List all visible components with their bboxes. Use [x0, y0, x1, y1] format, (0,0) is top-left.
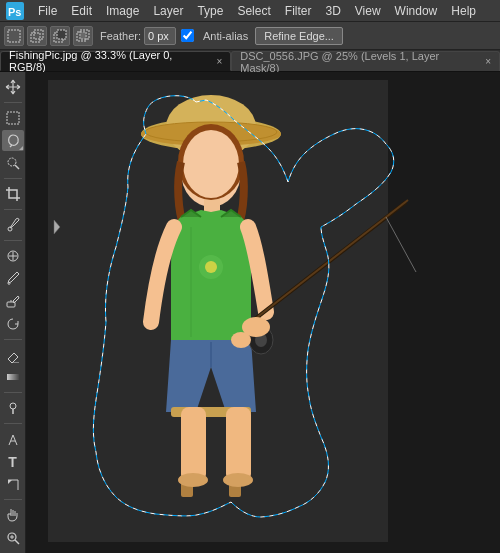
toolbar-separator-8: [4, 499, 22, 500]
svg-rect-21: [7, 374, 19, 380]
feather-input[interactable]: [144, 27, 176, 45]
menu-type[interactable]: Type: [191, 2, 229, 20]
clone-stamp-tool[interactable]: [2, 290, 24, 312]
menu-bar: Ps File Edit Image Layer Type Select Fil…: [0, 0, 500, 22]
svg-marker-24: [8, 480, 12, 484]
canvas-area[interactable]: [26, 72, 500, 553]
lasso-tool[interactable]: [2, 130, 24, 152]
hand-tool[interactable]: [2, 504, 24, 526]
ps-logo: Ps: [4, 2, 26, 20]
menu-3d[interactable]: 3D: [319, 2, 346, 20]
tab-dsc[interactable]: DSC_0556.JPG @ 25% (Levels 1, Layer Mask…: [231, 51, 500, 71]
svg-point-51: [231, 332, 251, 348]
svg-rect-3: [31, 33, 40, 42]
toolbar-separator-2: [4, 178, 22, 179]
menu-filter[interactable]: Filter: [279, 2, 318, 20]
menu-select[interactable]: Select: [231, 2, 276, 20]
svg-point-22: [10, 403, 16, 409]
zoom-tool[interactable]: [2, 527, 24, 549]
add-selection-btn[interactable]: [27, 26, 47, 46]
main-area: T: [0, 72, 500, 553]
svg-point-54: [178, 473, 208, 487]
toolbar-separator-6: [4, 392, 22, 393]
svg-text:Ps: Ps: [8, 6, 21, 18]
anti-alias-label: Anti-alias: [203, 30, 248, 42]
svg-rect-4: [34, 30, 43, 39]
svg-point-38: [183, 130, 239, 198]
intersect-selection-btn[interactable]: [73, 26, 93, 46]
path-select-tool[interactable]: [2, 474, 24, 496]
svg-line-26: [15, 540, 19, 544]
gradient-tool[interactable]: [2, 367, 24, 389]
menu-image[interactable]: Image: [100, 2, 145, 20]
history-brush-tool[interactable]: [2, 313, 24, 335]
new-selection-btn[interactable]: [4, 26, 24, 46]
tab-fishing-pic[interactable]: FishingPic.jpg @ 33.3% (Layer 0, RGB/8) …: [0, 51, 231, 71]
menu-window[interactable]: Window: [389, 2, 444, 20]
svg-rect-52: [181, 407, 206, 482]
toolbar-separator-1: [4, 102, 22, 103]
healing-brush-tool[interactable]: [2, 245, 24, 267]
svg-rect-10: [7, 112, 19, 124]
svg-line-11: [10, 145, 12, 147]
feather-label: Feather:: [100, 30, 141, 42]
eyedropper-tool[interactable]: [2, 214, 24, 236]
brush-tool[interactable]: [2, 267, 24, 289]
marquee-tool[interactable]: [2, 107, 24, 129]
crop-tool[interactable]: [2, 183, 24, 205]
toolbar-separator-3: [4, 209, 22, 210]
refine-edge-button[interactable]: Refine Edge...: [255, 27, 343, 45]
menu-view[interactable]: View: [349, 2, 387, 20]
tab-fishing-label: FishingPic.jpg @ 33.3% (Layer 0, RGB/8): [9, 49, 209, 73]
dodge-tool[interactable]: [2, 397, 24, 419]
tab-dsc-close[interactable]: ×: [485, 56, 491, 67]
text-tool[interactable]: T: [2, 451, 24, 473]
svg-rect-2: [8, 30, 20, 42]
toolbar-separator-7: [4, 423, 22, 424]
svg-rect-9: [80, 32, 86, 39]
canvas-svg: [26, 72, 500, 553]
left-toolbar: T: [0, 72, 26, 553]
menu-layer[interactable]: Layer: [147, 2, 189, 20]
svg-point-40: [205, 261, 217, 273]
svg-line-13: [15, 165, 19, 169]
menu-help[interactable]: Help: [445, 2, 482, 20]
subtract-selection-btn[interactable]: [50, 26, 70, 46]
tab-fishing-close[interactable]: ×: [216, 56, 222, 67]
quick-select-tool[interactable]: [2, 152, 24, 174]
anti-alias-checkbox[interactable]: [181, 29, 194, 42]
svg-point-55: [223, 473, 253, 487]
eraser-tool[interactable]: [2, 344, 24, 366]
tab-dsc-label: DSC_0556.JPG @ 25% (Levels 1, Layer Mask…: [240, 50, 478, 74]
toolbar-separator-5: [4, 339, 22, 340]
svg-rect-6: [57, 30, 66, 39]
menu-file[interactable]: File: [32, 2, 63, 20]
tab-bar: FishingPic.jpg @ 33.3% (Layer 0, RGB/8) …: [0, 50, 500, 72]
menu-edit[interactable]: Edit: [65, 2, 98, 20]
toolbar-separator-4: [4, 240, 22, 241]
move-tool[interactable]: [2, 76, 24, 98]
pen-tool[interactable]: [2, 428, 24, 450]
options-bar: Feather: Anti-alias Refine Edge...: [0, 22, 500, 50]
svg-point-12: [8, 158, 16, 166]
svg-rect-53: [226, 407, 251, 482]
